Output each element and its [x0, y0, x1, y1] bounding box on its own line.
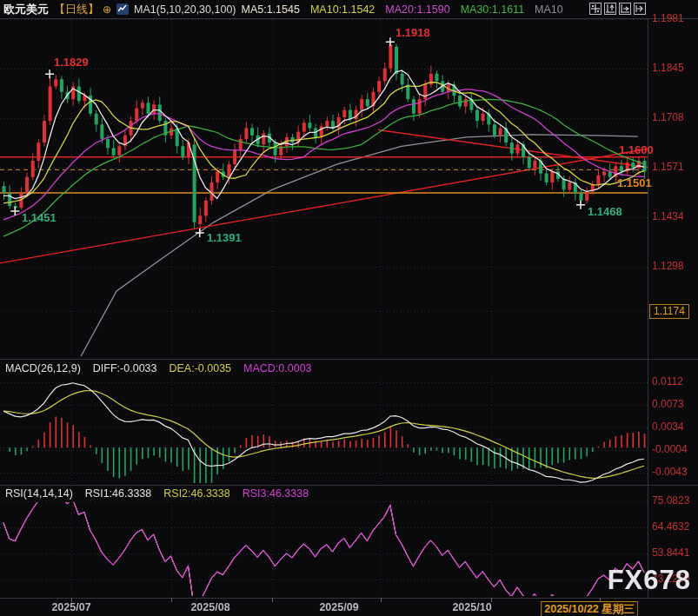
annotation-low-aug: 1.1391 — [207, 231, 242, 244]
axis-price-label: -0.0004 — [652, 443, 688, 456]
rsi-title[interactable]: RSI(14,14,14) — [5, 487, 73, 500]
rsi1-value: RSI1:46.3338 — [85, 487, 151, 500]
fx678-watermark: FX678 — [608, 565, 691, 596]
macd-diff-value: DIFF:-0.0033 — [93, 362, 157, 374]
axis-price-label: 1.1708 — [652, 111, 684, 124]
axis-price-label: 75.0823 — [652, 494, 689, 507]
axis-price-label: 0.0112 — [652, 375, 683, 388]
annotation-high-july: 1.1829 — [54, 56, 89, 69]
ma-value-1[interactable]: MA10:1.1542 — [310, 3, 375, 16]
scale-y-axis-icon[interactable] — [604, 3, 616, 15]
axis-price-label: 1.1174 — [649, 304, 689, 319]
go-latest-icon[interactable] — [634, 3, 646, 15]
trading-app: 欧元美元 【日线】 ⊕ MA1(5,10,20,30,100) MA5:1.15… — [0, 0, 698, 616]
axis-price-label: 1.1298 — [652, 260, 684, 273]
axis-month-label: 2025/08 — [190, 601, 229, 613]
rsi3-value: RSI3:46.3338 — [243, 487, 309, 500]
axis-price-label: 53.8441 — [652, 546, 689, 560]
axis-month-label: 2025/10 — [452, 601, 491, 613]
axis-price-label: 1.1571 — [652, 161, 684, 174]
resistance-line-label[interactable]: 1.1600 — [619, 143, 654, 156]
macd-macd-value: MACD:0.0003 — [243, 362, 312, 374]
axis-price-label: 1.1434 — [652, 210, 684, 223]
axis-price-label: 0.0073 — [652, 398, 684, 411]
scale-x-axis-icon[interactable] — [619, 3, 631, 15]
current-session-label: 2025/10/22 星期三 — [541, 601, 638, 616]
rsi-label-row: RSI(14,14,14) RSI1:46.3338 RSI2:46.3338 … — [5, 487, 309, 500]
symbol-title: 欧元美元 — [3, 2, 49, 17]
axis-month-label: 2025/09 — [319, 601, 358, 613]
ma-settings-label[interactable]: MA1(5,10,20,30,100) — [134, 3, 236, 16]
ma-value-4[interactable]: MA10 — [535, 3, 563, 16]
macd-title[interactable]: MACD(26,12,9) — [5, 362, 81, 374]
crosshair-move-icon[interactable] — [589, 3, 602, 15]
annotation-high-sept: 1.1918 — [396, 26, 430, 39]
chart-toolbar — [589, 3, 646, 15]
axis-price-label: -0.0043 — [652, 466, 688, 479]
support-line-label[interactable]: 1.1501 — [617, 176, 652, 189]
price-chart-canvas[interactable] — [0, 0, 698, 616]
indicator-chip-icon[interactable] — [116, 3, 129, 15]
axis-month-label: 2025/07 — [51, 601, 90, 613]
axis-price-label: 64.4632 — [652, 520, 689, 533]
axis-price-label: 1.1845 — [652, 62, 684, 75]
annotation-low-june: 1.1451 — [22, 211, 57, 224]
macd-label-row: MACD(26,12,9) DIFF:-0.0033 DEA:-0.0035 M… — [5, 362, 312, 374]
ma-value-0[interactable]: MA5:1.1545 — [242, 3, 300, 16]
ma-value-list: MA5:1.1545MA10:1.1542MA20:1.1590MA30:1.1… — [242, 3, 563, 16]
macd-dea-value: DEA:-0.0035 — [169, 362, 231, 374]
ma-value-2[interactable]: MA20:1.1590 — [385, 3, 449, 16]
annotation-low-oct: 1.1468 — [588, 205, 622, 218]
axis-price-label: 0.0034 — [652, 421, 684, 434]
ma-value-3[interactable]: MA30:1.1611 — [461, 3, 524, 16]
period-label[interactable]: 【日线】 — [54, 2, 99, 17]
rsi2-value: RSI2:46.3338 — [163, 487, 229, 500]
add-indicator-icon[interactable]: ⊕ — [103, 3, 111, 16]
